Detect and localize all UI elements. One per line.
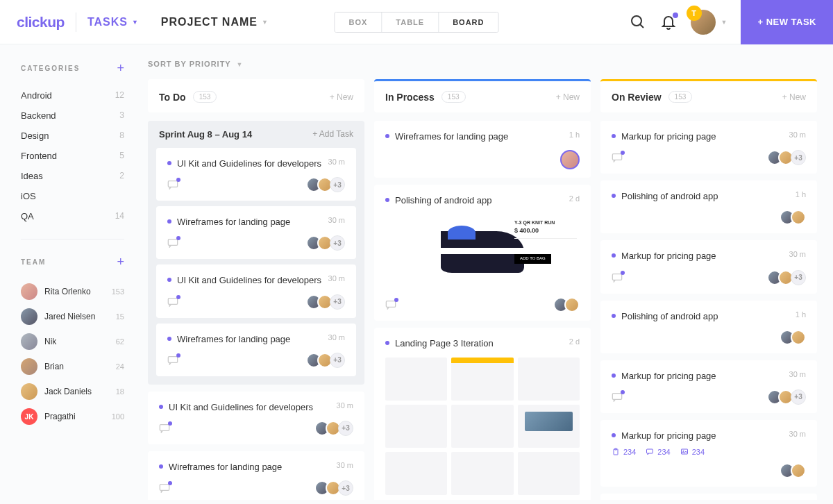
team-item[interactable]: Nik62 — [21, 329, 124, 354]
assignees — [780, 463, 806, 478]
add-category-button[interactable]: + — [117, 61, 124, 76]
category-item[interactable]: iOS — [21, 186, 124, 206]
column-count: 153 — [441, 91, 466, 103]
task-card[interactable]: Wireframes for landing page30 m+3 — [156, 324, 356, 376]
comment-icon[interactable] — [167, 297, 178, 307]
avatar-more: +3 — [330, 353, 345, 368]
column-count: 153 — [193, 91, 217, 103]
svg-rect-8 — [386, 301, 395, 308]
team-count: 100 — [112, 412, 124, 421]
categories-header: CATEGORIES + — [21, 61, 124, 76]
task-card[interactable]: Markup for pricing page30 m+3 — [600, 240, 817, 293]
team-item[interactable]: JKPragathi100 — [21, 404, 124, 429]
svg-rect-11 — [612, 274, 621, 280]
priority-dot-icon — [167, 278, 171, 282]
view-board-button[interactable]: BOARD — [439, 12, 498, 32]
header: clickup TASKS ▼ PROJECT NAME ▼ BOX TABLE… — [0, 0, 833, 44]
view-box-button[interactable]: BOX — [335, 12, 382, 32]
search-icon[interactable] — [630, 14, 646, 31]
comment-icon[interactable] — [167, 180, 178, 190]
task-card[interactable]: Wireframes for landing page30 m+3 — [148, 451, 364, 500]
assignees — [780, 330, 806, 345]
add-task-button[interactable]: + Add Task — [312, 129, 353, 140]
category-item[interactable]: Frontend5 — [21, 146, 124, 166]
category-name: Frontend — [21, 151, 57, 161]
card-footer: +3 — [612, 389, 806, 405]
category-item[interactable]: QA14 — [21, 206, 124, 226]
team-avatar — [21, 333, 37, 350]
comment-icon[interactable] — [612, 153, 623, 162]
category-item[interactable]: Ideas2 — [21, 166, 124, 186]
sort-label: SORT BY PRIORITY — [148, 60, 231, 68]
category-item[interactable]: Design8 — [21, 126, 124, 146]
task-card[interactable]: Polishing of android app1 h — [600, 180, 817, 233]
task-card[interactable]: Polishing of android app1 h — [600, 301, 817, 353]
comment-icon[interactable] — [385, 300, 396, 310]
comment-icon[interactable] — [612, 392, 623, 402]
task-card[interactable]: Landing Page 3 Iteration2 d — [374, 328, 591, 500]
meta-clipboard: 234 — [612, 448, 636, 456]
avatar — [564, 297, 580, 312]
task-card[interactable]: Wireframes for landing page30 m+3 — [156, 206, 356, 259]
team-name: Jack Daniels — [44, 387, 109, 396]
svg-rect-6 — [160, 425, 169, 431]
priority-dot-icon — [612, 194, 616, 198]
assignees: +3 — [314, 421, 353, 436]
team-avatar — [21, 383, 37, 400]
team-avatar — [21, 308, 37, 325]
task-card[interactable]: UI Kit and Guidelines for developers30 m… — [156, 148, 356, 201]
task-card[interactable]: Polishing of android app2 dY-3 QR KNIT R… — [374, 185, 591, 321]
assignees: +3 — [306, 235, 345, 251]
assignees: +3 — [767, 389, 806, 405]
user-menu[interactable]: T ▼ — [691, 10, 727, 35]
tasks-dropdown[interactable]: TASKS ▼ — [87, 16, 139, 28]
column: To Do 153 + New Sprint Aug 8 – Aug 14 + … — [148, 79, 364, 500]
team-item[interactable]: Rita Orlenko153 — [21, 279, 124, 304]
sprint-header: Sprint Aug 8 – Aug 14 + Add Task — [156, 129, 356, 140]
add-team-button[interactable]: + — [117, 255, 124, 269]
task-card[interactable]: Markup for pricing page30 mSubtask Title… — [600, 494, 817, 500]
comment-icon[interactable] — [159, 483, 170, 493]
project-name-dropdown[interactable]: PROJECT NAME ▼ — [161, 16, 269, 28]
new-task-button[interactable]: + NEW TASK — [741, 0, 833, 44]
sort-dropdown[interactable]: SORT BY PRIORITY ▼ — [148, 60, 833, 68]
task-card[interactable]: Wireframes for landing page1 h — [374, 121, 591, 178]
category-count: 8 — [119, 131, 124, 141]
avatar-more: +3 — [791, 389, 806, 405]
assignees: +3 — [306, 177, 345, 192]
svg-rect-15 — [647, 449, 653, 453]
column-new-button[interactable]: + New — [556, 92, 580, 102]
sidebar: CATEGORIES + Android12Backend3Design8Fro… — [0, 44, 135, 504]
logo: clickup — [17, 14, 65, 31]
sprint-group: Sprint Aug 8 – Aug 14 + Add Task UI Kit … — [148, 121, 364, 385]
comment-icon[interactable] — [167, 238, 178, 248]
user-badge: T — [687, 6, 702, 21]
category-item[interactable]: Android12 — [21, 85, 124, 106]
card-footer: +3 — [612, 270, 806, 285]
comment-icon[interactable] — [159, 423, 170, 433]
comment-icon[interactable] — [167, 355, 178, 365]
card-time: 30 m — [337, 401, 353, 410]
column-new-button[interactable]: + New — [330, 92, 353, 102]
bell-icon[interactable] — [660, 14, 677, 31]
card-footer: +3 — [612, 150, 806, 165]
unread-dot-icon — [176, 295, 180, 299]
svg-rect-3 — [168, 240, 177, 246]
task-card[interactable]: Markup for pricing page30 m 234 234 234 — [600, 420, 817, 487]
team-item[interactable]: Brian24 — [21, 354, 124, 379]
category-item[interactable]: Backend3 — [21, 106, 124, 126]
task-card[interactable]: Markup for pricing page30 m+3 — [600, 360, 817, 413]
comment-icon[interactable] — [612, 273, 623, 283]
team-item[interactable]: Jared Nielsen15 — [21, 304, 124, 329]
assignees — [553, 297, 580, 312]
user-avatar: T — [691, 10, 716, 35]
card-footer: +3 — [167, 294, 345, 310]
task-card[interactable]: Markup for pricing page30 m+3 — [600, 121, 817, 174]
card-time: 30 m — [337, 461, 353, 469]
team-header: TEAM + — [21, 255, 124, 269]
task-card[interactable]: UI Kit and Guidelines for developers30 m… — [148, 392, 364, 444]
view-table-button[interactable]: TABLE — [382, 12, 439, 32]
task-card[interactable]: UI Kit and Guidelines for developers30 m… — [156, 264, 356, 317]
team-item[interactable]: Jack Daniels18 — [21, 379, 124, 404]
column-new-button[interactable]: + New — [782, 92, 806, 102]
